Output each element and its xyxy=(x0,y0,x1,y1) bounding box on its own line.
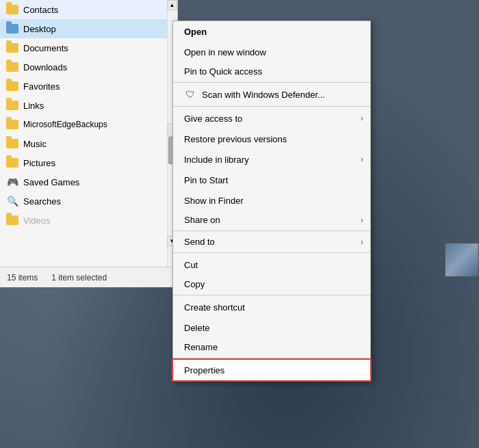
context-menu-copy-label: Copy xyxy=(184,279,205,289)
context-menu-scan-defender[interactable]: 🛡 Scan with Windows Defender... xyxy=(173,84,370,107)
file-name: Searches xyxy=(23,196,61,207)
context-menu-cut-label: Cut xyxy=(184,260,198,270)
submenu-arrow-icon: › xyxy=(361,215,363,225)
context-menu-delete-label: Delete xyxy=(184,323,210,333)
context-menu-delete[interactable]: Delete xyxy=(173,317,370,338)
list-item[interactable]: Links xyxy=(0,96,177,115)
list-item[interactable]: Favorites xyxy=(0,77,177,96)
file-name: Desktop xyxy=(23,24,56,34)
scroll-up-button[interactable]: ▲ xyxy=(167,0,177,10)
file-name: Downloads xyxy=(23,62,67,73)
context-menu-copy[interactable]: Copy xyxy=(173,275,370,295)
folder-icon xyxy=(5,137,19,150)
context-menu-send-to-label: Send to xyxy=(184,237,215,247)
list-item[interactable]: Desktop xyxy=(0,19,177,38)
file-name: Pictures xyxy=(23,158,55,168)
list-item[interactable]: Music xyxy=(0,134,177,153)
context-menu-pin-quick-access-label: Pin to Quick access xyxy=(184,66,262,77)
list-item[interactable]: Pictures xyxy=(0,153,177,172)
searches-icon: 🔍 xyxy=(5,194,19,208)
file-name: Videos xyxy=(23,215,51,226)
submenu-arrow-icon: › xyxy=(361,114,363,123)
list-item[interactable]: Documents xyxy=(0,38,177,57)
list-item[interactable]: MicrosoftEdgeBackups xyxy=(0,115,177,134)
context-menu-cut[interactable]: Cut xyxy=(173,254,370,275)
context-menu-rename[interactable]: Rename xyxy=(173,338,370,358)
context-menu-restore-versions-label: Restore previous versions xyxy=(184,134,287,144)
folder-icon xyxy=(5,118,19,131)
context-menu-open-new-window[interactable]: Open in new window xyxy=(173,42,370,62)
context-menu-pin-start-label: Pin to Start xyxy=(184,175,228,185)
context-menu-properties-label: Properties xyxy=(184,365,224,375)
list-item[interactable]: 🔍 Searches xyxy=(0,192,177,211)
context-menu-give-access[interactable]: Give access to › xyxy=(173,108,370,129)
folder-icon xyxy=(5,60,19,74)
defender-icon: 🛡 xyxy=(184,88,196,101)
context-menu-include-library-label: Include in library xyxy=(184,155,249,165)
submenu-arrow-icon: › xyxy=(361,237,363,247)
context-menu-properties[interactable]: Properties xyxy=(173,360,370,380)
thumbnail-panel xyxy=(445,243,479,277)
folder-icon xyxy=(5,3,19,16)
file-name: MicrosoftEdgeBackups xyxy=(23,120,107,129)
context-menu: Open Open in new window Pin to Quick acc… xyxy=(172,21,371,381)
file-list: Contacts Desktop Documents Downloads Fav… xyxy=(0,0,177,230)
folder-icon xyxy=(5,79,19,93)
list-item[interactable]: Downloads xyxy=(0,57,177,77)
context-menu-show-finder[interactable]: Show in Finder xyxy=(173,190,370,211)
context-menu-share-on-label: Share on xyxy=(184,215,220,225)
folder-icon xyxy=(5,213,19,227)
context-menu-give-access-label: Give access to xyxy=(184,114,242,124)
status-bar: 15 items 1 item selected xyxy=(0,267,178,287)
context-menu-send-to[interactable]: Send to › xyxy=(173,233,370,253)
list-item[interactable]: 🎮 Saved Games xyxy=(0,172,177,192)
folder-icon xyxy=(5,41,19,55)
folder-blue-icon xyxy=(5,22,19,36)
context-menu-create-shortcut[interactable]: Create shortcut xyxy=(173,297,370,317)
list-item[interactable]: Videos xyxy=(0,211,177,230)
file-name: Saved Games xyxy=(23,177,79,187)
context-menu-create-shortcut-label: Create shortcut xyxy=(184,302,245,313)
folder-icon xyxy=(5,98,19,112)
file-name: Contacts xyxy=(23,5,58,15)
submenu-arrow-icon: › xyxy=(361,155,363,164)
context-menu-rename-label: Rename xyxy=(184,342,218,352)
context-menu-include-library[interactable]: Include in library › xyxy=(173,149,370,170)
item-count: 15 items xyxy=(7,273,38,282)
context-menu-open[interactable]: Open xyxy=(173,21,370,42)
context-menu-scan-defender-label: Scan with Windows Defender... xyxy=(202,90,325,100)
thumbnail-image xyxy=(445,243,478,276)
file-name: Links xyxy=(23,101,44,111)
folder-icon xyxy=(5,156,19,170)
file-name: Favorites xyxy=(23,81,60,92)
list-item[interactable]: Contacts xyxy=(0,0,177,19)
file-explorer-panel: Contacts Desktop Documents Downloads Fav… xyxy=(0,0,178,287)
context-menu-open-new-window-label: Open in new window xyxy=(184,47,266,57)
context-menu-share-on[interactable]: Share on › xyxy=(173,211,370,231)
file-name: Music xyxy=(23,139,47,149)
context-menu-pin-quick-access[interactable]: Pin to Quick access xyxy=(173,62,370,83)
selection-info: 1 item selected xyxy=(51,273,107,282)
context-menu-open-label: Open xyxy=(184,27,207,37)
context-menu-pin-start[interactable]: Pin to Start xyxy=(173,170,370,190)
context-menu-show-finder-label: Show in Finder xyxy=(184,196,244,206)
file-name: Documents xyxy=(23,43,68,53)
saved-games-icon: 🎮 xyxy=(5,175,19,189)
context-menu-restore-versions[interactable]: Restore previous versions xyxy=(173,129,370,149)
